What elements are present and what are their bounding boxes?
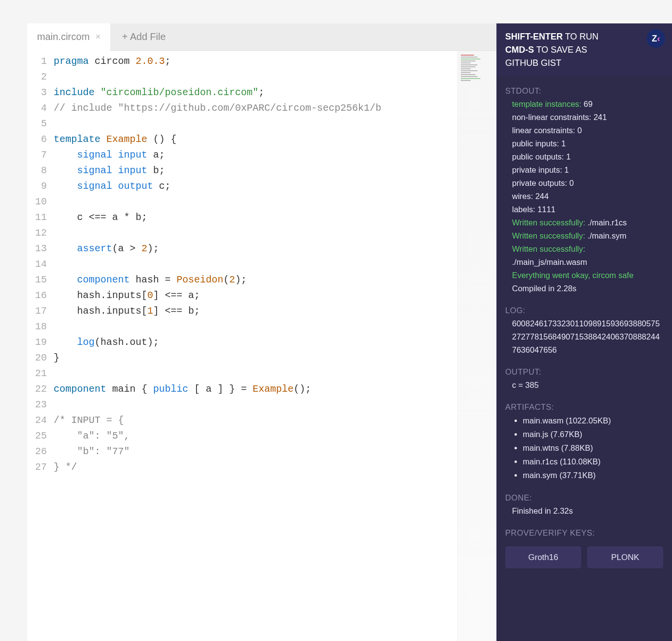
log-section: LOG: 60082461733230110989159369388057527… bbox=[496, 296, 672, 358]
groth16-button[interactable]: Groth16 bbox=[505, 546, 581, 568]
output-pane: SHIFT-ENTER TO RUN CMD-S TO SAVE AS GITH… bbox=[496, 23, 672, 641]
add-file-button[interactable]: + Add File bbox=[110, 31, 178, 42]
save-shortcut: CMD-S bbox=[505, 45, 534, 55]
output-label: OUTPUT: bbox=[505, 365, 663, 379]
artifact-item[interactable]: main.wasm (1022.05KB) bbox=[523, 414, 663, 427]
code-editor[interactable]: 1234567891011121314151617181920212223242… bbox=[27, 51, 496, 641]
artifacts-label: ARTIFACTS: bbox=[505, 401, 663, 414]
artifact-item[interactable]: main.js (7.67KB) bbox=[523, 428, 663, 441]
prove-section: PROVE/VERIFY KEYS: bbox=[496, 519, 672, 541]
artifact-item[interactable]: main.r1cs (110.08KB) bbox=[523, 455, 663, 468]
stdout-section: STDOUT: template instances: 69non-linear… bbox=[496, 77, 672, 296]
run-shortcut: SHIFT-ENTER bbox=[505, 32, 563, 41]
done-label: DONE: bbox=[505, 491, 663, 504]
stdout-label: STDOUT: bbox=[505, 84, 663, 98]
line-gutter: 1234567891011121314151617181920212223242… bbox=[27, 51, 54, 641]
zk-logo-icon: Z‹ bbox=[647, 29, 665, 48]
minimap[interactable] bbox=[457, 51, 496, 641]
artifact-item[interactable]: main.wtns (7.88KB) bbox=[523, 441, 663, 455]
done-section: DONE: Finished in 2.32s bbox=[496, 483, 672, 519]
editor-pane: main.circom × + Add File 123456789101112… bbox=[27, 23, 496, 641]
output-header: SHIFT-ENTER TO RUN CMD-S TO SAVE AS GITH… bbox=[496, 23, 672, 77]
log-label: LOG: bbox=[505, 304, 663, 317]
log-value: 6008246173323011098915936938805752727781… bbox=[505, 317, 663, 357]
done-value: Finished in 2.32s bbox=[505, 504, 663, 518]
close-icon[interactable]: × bbox=[96, 32, 101, 42]
minimap-lines bbox=[461, 55, 494, 99]
tab-main-circom[interactable]: main.circom × bbox=[27, 23, 110, 51]
output-section: OUTPUT: c = 385 bbox=[496, 358, 672, 393]
prove-buttons: Groth16 PLONK bbox=[496, 541, 672, 578]
tab-bar: main.circom × + Add File bbox=[27, 23, 496, 51]
artifacts-list: main.wasm (1022.05KB)main.js (7.67KB)mai… bbox=[505, 414, 663, 482]
tab-label: main.circom bbox=[37, 31, 90, 42]
save-line-3: GITHUB GIST bbox=[505, 57, 663, 70]
app-root: main.circom × + Add File 123456789101112… bbox=[27, 23, 672, 641]
plonk-button[interactable]: PLONK bbox=[587, 546, 663, 568]
artifacts-section: ARTIFACTS: main.wasm (1022.05KB)main.js … bbox=[496, 393, 672, 483]
save-rest: TO SAVE AS bbox=[534, 45, 587, 55]
artifact-item[interactable]: main.sym (37.71KB) bbox=[523, 469, 663, 482]
output-value: c = 385 bbox=[505, 379, 663, 392]
stdout-lines: template instances: 69non-linear constra… bbox=[505, 98, 663, 295]
code-content[interactable]: pragma circom 2.0.3;include "circomlib/p… bbox=[54, 51, 457, 641]
prove-label: PROVE/VERIFY KEYS: bbox=[505, 526, 663, 540]
run-rest: TO RUN bbox=[563, 32, 598, 41]
